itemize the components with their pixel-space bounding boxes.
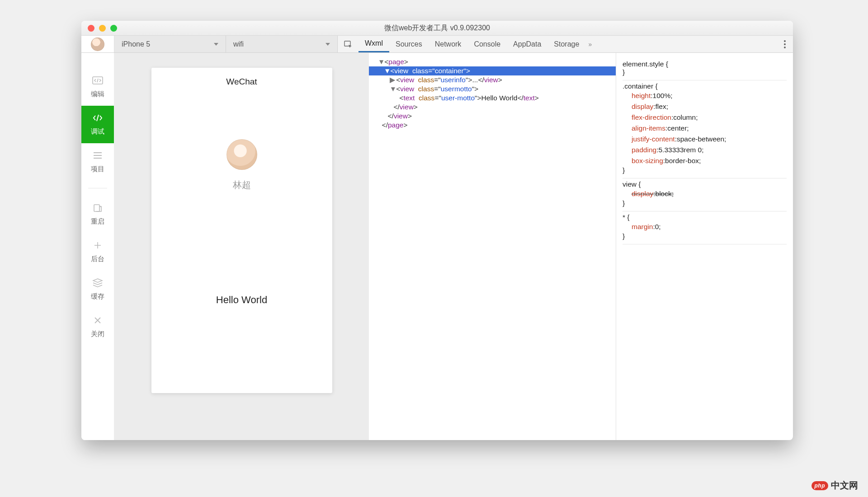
maximize-icon[interactable] <box>110 25 117 32</box>
user-avatar-icon <box>91 38 104 51</box>
list-icon <box>92 150 104 161</box>
minimize-icon[interactable] <box>99 25 106 32</box>
app-title: WeChat <box>151 68 332 90</box>
sidebar-item-restart[interactable]: 重启 <box>81 196 114 233</box>
network-select[interactable]: wifi <box>226 36 338 52</box>
simulator-pane: WeChat 林超 Hello World <box>114 53 369 440</box>
dom-tree[interactable]: ▼ <page> ▼ <view class="container"> ▶ <v… <box>369 53 616 440</box>
element-picker-icon[interactable] <box>342 38 354 50</box>
sidebar-item-debug[interactable]: 调试 <box>81 106 114 143</box>
tab-storage[interactable]: Storage <box>547 36 585 52</box>
sidebar-label: 后台 <box>91 255 104 263</box>
watermark-badge: php <box>811 481 829 490</box>
user-avatar-cell[interactable] <box>81 36 114 52</box>
inspector-pane: ▼ <page> ▼ <view class="container"> ▶ <v… <box>369 53 793 440</box>
toolbar: iPhone 5 wifi Wxml Sources Network Conso… <box>81 36 793 53</box>
titlebar: 微信web开发者工具 v0.9.092300 <box>81 21 793 36</box>
window-title: 微信web开发者工具 v0.9.092300 <box>81 23 793 33</box>
tab-wxml[interactable]: Wxml <box>359 36 389 52</box>
sidebar-label: 调试 <box>91 127 104 136</box>
phone-frame: WeChat 林超 Hello World <box>151 68 332 393</box>
sidebar-label: 编辑 <box>91 90 104 98</box>
divider <box>88 188 107 188</box>
restart-icon <box>92 202 104 214</box>
sidebar-item-project[interactable]: 项目 <box>81 143 114 181</box>
watermark: php 中文网 <box>811 479 859 492</box>
style-rule: element.style { } <box>623 58 787 80</box>
tab-console[interactable]: Console <box>467 36 507 52</box>
device-select[interactable]: iPhone 5 <box>114 36 226 52</box>
app-window: 微信web开发者工具 v0.9.092300 iPhone 5 wifi Wxm… <box>81 21 793 440</box>
body: 编辑 调试 项目 重启 <box>81 53 793 440</box>
tab-appdata[interactable]: AppData <box>507 36 547 52</box>
close-icon <box>92 314 104 326</box>
kebab-menu-icon[interactable] <box>784 40 786 48</box>
code-icon <box>92 75 104 86</box>
tabs-overflow-icon[interactable]: » <box>588 41 592 48</box>
chevron-down-icon <box>326 43 330 46</box>
debug-icon <box>92 112 104 124</box>
svg-rect-2 <box>94 205 99 211</box>
sidebar-item-background[interactable]: 后台 <box>81 233 114 271</box>
style-rule: * { margin:0; } <box>623 211 787 244</box>
network-select-label: wifi <box>233 40 244 48</box>
traffic-lights <box>88 25 117 32</box>
userinfo: 林超 <box>151 139 332 191</box>
avatar-icon <box>226 139 257 170</box>
sidebar-item-cache[interactable]: 缓存 <box>81 271 114 308</box>
username: 林超 <box>233 179 251 191</box>
chevron-down-icon <box>214 43 218 46</box>
layers-icon <box>92 277 104 289</box>
sidebar-item-close[interactable]: 关闭 <box>81 308 114 346</box>
sidebar-label: 关闭 <box>91 330 104 338</box>
sidebar-label: 项目 <box>91 165 104 173</box>
style-rule: view { display:block; } <box>623 178 787 211</box>
background-icon <box>92 239 104 251</box>
sidebar: 编辑 调试 项目 重启 <box>81 53 114 440</box>
tab-sources[interactable]: Sources <box>389 36 429 52</box>
sidebar-label: 重启 <box>91 217 104 226</box>
tab-network[interactable]: Network <box>429 36 468 52</box>
close-icon[interactable] <box>88 25 94 32</box>
sidebar-label: 缓存 <box>91 292 104 301</box>
device-select-label: iPhone 5 <box>122 40 150 48</box>
devtools-tabs: Wxml Sources Network Console AppData Sto… <box>338 36 793 52</box>
styles-pane[interactable]: element.style { } .container { height:10… <box>616 53 793 440</box>
motto-text: Hello World <box>151 294 332 306</box>
watermark-text: 中文网 <box>831 479 858 492</box>
style-rule: .container { height:100%; display:flex; … <box>623 80 787 178</box>
sidebar-item-edit[interactable]: 编辑 <box>81 68 114 106</box>
